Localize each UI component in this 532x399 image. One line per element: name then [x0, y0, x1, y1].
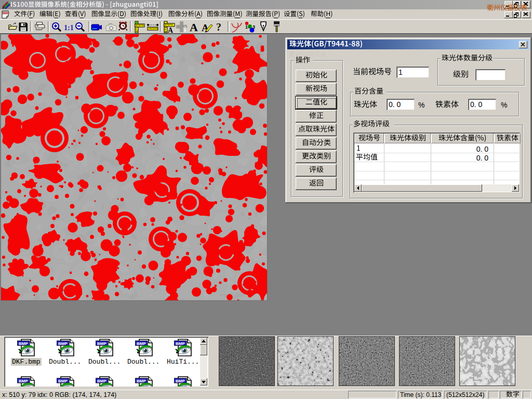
svg-text:A: A	[190, 21, 198, 33]
svg-text:BMP: BMP	[97, 379, 107, 383]
svg-text:BMP: BMP	[97, 341, 107, 346]
svg-text:BMP: BMP	[19, 341, 28, 346]
svg-text:BMP: BMP	[58, 341, 68, 346]
svg-text:BMP: BMP	[137, 379, 146, 383]
svg-text:1: 1	[245, 24, 248, 30]
svg-text:?: ?	[216, 21, 221, 33]
svg-text:BMP: BMP	[19, 379, 28, 383]
svg-text:BMP: BMP	[58, 379, 68, 383]
svg-text:BMP: BMP	[176, 379, 185, 383]
svg-text:DOC: DOC	[3, 11, 10, 15]
svg-text:A: A	[168, 26, 174, 33]
svg-text:BMP: BMP	[176, 341, 185, 346]
svg-text:BMP: BMP	[137, 341, 146, 346]
svg-text:1:1: 1:1	[64, 24, 74, 32]
